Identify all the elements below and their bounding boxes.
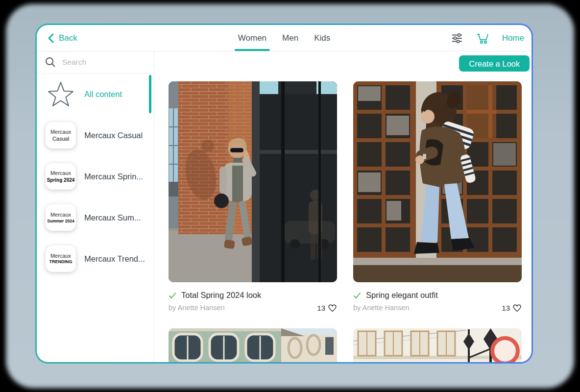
top-bar-actions: Home	[451, 32, 524, 44]
likes-count: 13	[502, 304, 510, 312]
sidebar-item-mercaux-summer[interactable]: Mercaux Summer 2024 Mercaux Sum...	[37, 197, 154, 238]
look-card[interactable]: Spring elegant outfit by Anette Hansen 1…	[353, 81, 522, 312]
chevron-left-icon	[48, 33, 54, 43]
look-card-partial[interactable]	[169, 328, 337, 362]
verified-check-icon	[353, 292, 361, 299]
likes-count: 13	[317, 304, 325, 312]
look-card[interactable]: Total Spring 2024 look by Anette Hansen …	[169, 81, 337, 312]
heart-icon	[512, 303, 522, 312]
brand-badge: Mercaux Casual	[46, 122, 76, 148]
brand-badge: Mercaux Spring 2024	[46, 163, 76, 190]
brand-badge: Mercaux TRENDING	[46, 245, 76, 272]
sidebar: All content Mercaux Casual Mercaux Casua…	[37, 51, 154, 362]
app-window-border: Back Women Men Kids Home	[35, 24, 533, 364]
sidebar-item-mercaux-trending[interactable]: Mercaux TRENDING Mercaux Trend...	[37, 238, 154, 279]
create-a-look-button[interactable]: Create a Look	[459, 55, 530, 72]
look-photo-tiled-building[interactable]	[169, 328, 337, 362]
look-photo-street-brick[interactable]	[169, 81, 337, 282]
gender-tabs: Women Men Kids	[238, 25, 330, 51]
cart-icon[interactable]	[476, 32, 489, 44]
star-icon	[45, 80, 77, 108]
sidebar-item-label: All content	[84, 90, 122, 99]
app-window: Back Women Men Kids Home	[37, 25, 532, 362]
heart-icon	[328, 303, 337, 312]
sidebar-item-label: Mercaux Sprin...	[84, 172, 143, 181]
sidebar-item-label: Mercaux Casual	[84, 131, 143, 140]
look-card-partial[interactable]	[353, 328, 522, 362]
likes[interactable]: 13	[502, 303, 522, 312]
verified-check-icon	[169, 292, 176, 299]
sidebar-item-all-content[interactable]: All content	[37, 74, 154, 115]
look-author: by Anette Hansen	[353, 304, 409, 312]
likes[interactable]: 13	[317, 303, 337, 312]
look-photo-wooden-doors[interactable]	[353, 81, 522, 282]
back-label: Back	[59, 33, 77, 43]
sidebar-item-label: Mercaux Sum...	[84, 213, 141, 222]
look-title: Total Spring 2024 look	[181, 291, 261, 300]
look-photo-lamps-sign[interactable]	[353, 328, 522, 362]
active-indicator	[149, 75, 151, 113]
search-input[interactable]	[62, 58, 160, 67]
sidebar-item-mercaux-spring[interactable]: Mercaux Spring 2024 Mercaux Sprin...	[37, 156, 154, 197]
search-icon	[45, 57, 56, 68]
home-link[interactable]: Home	[502, 33, 524, 43]
back-button[interactable]: Back	[48, 33, 77, 43]
filter-sliders-icon[interactable]	[451, 33, 463, 44]
search-bar	[37, 51, 154, 74]
sidebar-item-mercaux-casual[interactable]: Mercaux Casual Mercaux Casual	[37, 115, 154, 156]
tab-kids[interactable]: Kids	[314, 25, 330, 51]
tab-men[interactable]: Men	[282, 25, 298, 51]
top-bar: Back Women Men Kids Home	[37, 25, 532, 51]
look-title: Spring elegant outfit	[366, 291, 438, 300]
look-author: by Anette Hansen	[169, 304, 224, 312]
main-content: Create a Look	[154, 51, 532, 362]
sidebar-item-label: Mercaux Trend...	[84, 254, 145, 264]
tab-women[interactable]: Women	[238, 25, 266, 51]
looks-grid: Total Spring 2024 look by Anette Hansen …	[169, 81, 532, 362]
content-row: All content Mercaux Casual Mercaux Casua…	[37, 51, 532, 362]
brand-badge: Mercaux Summer 2024	[46, 204, 76, 231]
